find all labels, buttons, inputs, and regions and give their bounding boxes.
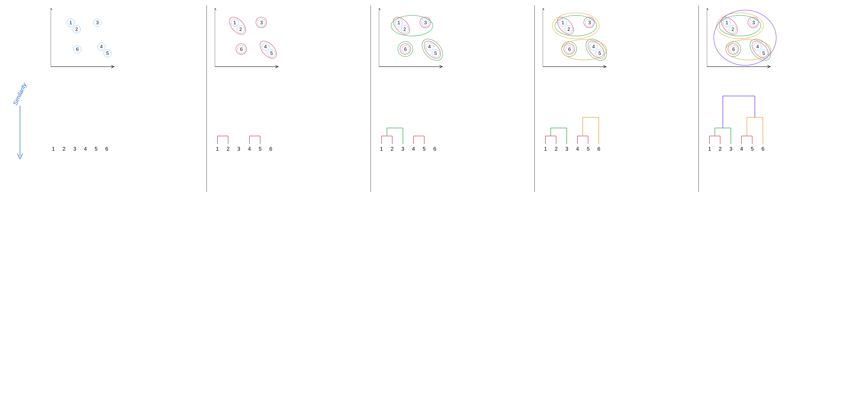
cluster-overlay (707, 8, 776, 72)
dendrogram-svg (376, 91, 445, 146)
leaf-label-2: 2 (226, 146, 229, 152)
diagram-container: Similarity 123456123456 123456123456 123… (5, 5, 863, 192)
point-3: 3 (422, 19, 430, 27)
leaf-label-2: 2 (719, 146, 722, 152)
point-label: 3 (588, 20, 591, 26)
point-label: 2 (567, 27, 570, 32)
cluster-red (749, 38, 772, 61)
scatter-plot: 123456 (48, 8, 204, 75)
leaf-label-5: 5 (423, 146, 426, 152)
leaf-label-1: 1 (380, 146, 383, 152)
point-5: 5 (268, 49, 276, 57)
leaf-label-1: 1 (544, 146, 547, 152)
panel-step-4: 123456123456 (534, 5, 699, 192)
cluster-green (418, 35, 447, 65)
point-label: 6 (732, 47, 735, 52)
panel-step-5: 123456123456 (699, 5, 863, 192)
point-label: 5 (598, 51, 601, 56)
point-label: 2 (403, 27, 406, 32)
cluster-overlay (543, 8, 612, 72)
leaf-label-5: 5 (587, 146, 590, 152)
point-label: 1 (725, 20, 728, 26)
leaf-label-3: 3 (401, 146, 404, 152)
dendrogram-svg (540, 91, 610, 146)
cluster-overlay (51, 8, 120, 72)
cluster-purple (714, 10, 776, 65)
point-label: 3 (424, 20, 427, 26)
similarity-arrow-svg (15, 106, 25, 162)
leaf-label-2: 2 (62, 146, 65, 152)
leaf-label-6: 6 (597, 146, 600, 152)
scatter-plot: 123456 (704, 8, 860, 75)
point-label: 4 (428, 44, 431, 50)
cluster-red (585, 38, 608, 61)
leaf-label-2: 2 (555, 146, 558, 152)
cluster-overlay (379, 8, 448, 72)
leaf-label-6: 6 (105, 146, 108, 152)
similarity-axis: Similarity (8, 91, 32, 162)
point-1: 1 (231, 19, 239, 27)
panel-step-3: 123456123456 (371, 5, 535, 192)
dendrogram: 123456 (212, 91, 368, 152)
point-2: 2 (72, 25, 81, 33)
leaf-label-1: 1 (708, 146, 711, 152)
dendrogram-svg (48, 91, 117, 146)
point-1: 1 (395, 19, 403, 27)
scatter-plot: 123456 (212, 8, 368, 75)
point-label: 3 (96, 20, 99, 26)
leaf-label-5: 5 (258, 146, 261, 152)
panel-step-1: 123456123456 (43, 5, 207, 192)
leaf-label-4: 4 (412, 146, 415, 152)
point-label: 3 (260, 20, 263, 26)
point-3: 3 (93, 19, 101, 27)
leaf-label-3: 3 (237, 146, 240, 152)
point-label: 4 (756, 44, 759, 50)
point-6: 6 (73, 45, 82, 53)
point-4: 4 (753, 43, 762, 51)
leaf-label-6: 6 (762, 146, 765, 152)
point-label: 6 (568, 47, 571, 52)
point-label: 5 (106, 51, 109, 56)
point-label: 5 (270, 51, 273, 56)
cluster-red (226, 14, 249, 37)
cluster-overlay (215, 8, 284, 72)
dendrogram: 123456 (376, 91, 532, 152)
similarity-label: Similarity (12, 82, 28, 106)
leaf-label-4: 4 (576, 146, 579, 152)
point-label: 5 (762, 51, 765, 56)
dendrogram-svg (704, 91, 774, 146)
cluster-orange (552, 13, 599, 39)
point-label: 4 (264, 44, 267, 50)
point-label: 5 (434, 51, 437, 56)
leaf-label-6: 6 (269, 146, 272, 152)
leaf-label-4: 4 (740, 146, 743, 152)
leaf-label-2: 2 (391, 146, 394, 152)
point-label: 6 (76, 47, 79, 52)
point-3: 3 (749, 19, 757, 27)
leaf-label-1: 1 (216, 146, 219, 152)
point-label: 4 (100, 44, 103, 50)
point-label: 4 (592, 44, 595, 50)
leaf-label-1: 1 (52, 146, 55, 152)
point-1: 1 (723, 19, 731, 27)
point-label: 6 (404, 47, 407, 52)
point-4: 4 (426, 43, 434, 51)
leaf-label-3: 3 (565, 146, 568, 152)
point-label: 6 (240, 47, 243, 52)
point-label: 2 (732, 27, 734, 32)
point-label: 2 (75, 27, 78, 32)
scatter-plot: 123456 (376, 8, 532, 75)
point-4: 4 (97, 43, 105, 51)
dendrogram-svg (212, 91, 281, 146)
leaf-label-3: 3 (73, 146, 76, 152)
point-3: 3 (257, 19, 266, 27)
point-label: 3 (752, 20, 755, 26)
point-6: 6 (730, 45, 738, 53)
point-5: 5 (432, 49, 440, 57)
point-2: 2 (729, 25, 737, 33)
point-label: 2 (239, 27, 242, 32)
point-5: 5 (760, 49, 768, 57)
leaf-label-6: 6 (433, 146, 436, 152)
cluster-orange (716, 13, 764, 39)
dendrogram: 123456 (48, 91, 204, 152)
